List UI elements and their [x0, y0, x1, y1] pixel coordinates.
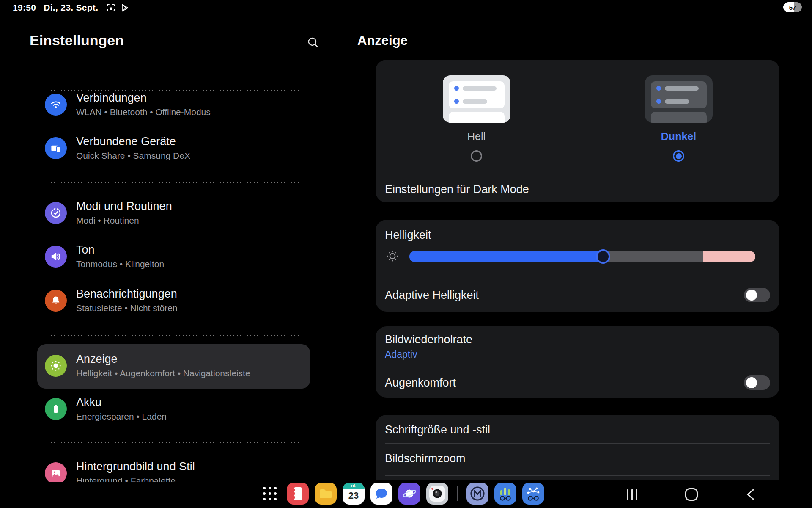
- sidebar-item-verbindungen[interactable]: Verbindungen WLAN • Bluetooth • Offline-…: [45, 91, 211, 117]
- light-radio[interactable]: [471, 150, 482, 162]
- item-sub: Tonmodus • Klingelton: [76, 259, 164, 269]
- page-title: Einstellungen: [30, 32, 124, 49]
- taskbar-dock: Di. 23: [259, 483, 544, 505]
- screen-zoom-label: Bildschirmzoom: [385, 452, 466, 465]
- eye-comfort-label: Augenkomfort: [385, 376, 456, 389]
- brightness-title-row: Helligkeit: [376, 228, 779, 242]
- refresh-rate-row[interactable]: Bildwiederholrate Adaptiv: [376, 331, 779, 362]
- battery-indicator: 57: [783, 2, 802, 12]
- eye-comfort-row[interactable]: Augenkomfort: [376, 370, 779, 396]
- item-sub: Statusleiste • Nicht stören: [76, 303, 178, 313]
- font-size-row[interactable]: Schriftgröße und -stil: [376, 417, 779, 442]
- brightness-extra-zone: [703, 251, 755, 262]
- font-size-label: Schriftgröße und -stil: [385, 423, 490, 436]
- messages-app-icon[interactable]: [370, 483, 392, 505]
- light-theme-label: Hell: [467, 130, 486, 143]
- wifi-icon: [45, 94, 67, 116]
- sidebar-item-hintergrundbild[interactable]: Hintergrundbild und Stil Hintergrund • F…: [45, 460, 195, 482]
- theme-card: Hell Dunkel Einstellungen für Dark Mode: [376, 60, 779, 202]
- recents-icon: [627, 489, 638, 500]
- item-label: Anzeige: [76, 353, 250, 365]
- adaptive-brightness-toggle[interactable]: [744, 288, 770, 302]
- display-options-card: Bildwiederholrate Adaptiv Augenkomfort: [376, 326, 779, 398]
- calendar-day: 23: [343, 490, 365, 501]
- modes-check-icon: [45, 202, 67, 224]
- brightness-slider[interactable]: [409, 251, 755, 262]
- home-icon: [685, 488, 698, 501]
- internet-app-icon[interactable]: [398, 483, 420, 505]
- dark-radio[interactable]: [673, 150, 684, 162]
- bell-icon: [45, 290, 67, 312]
- row-separator: [735, 376, 736, 389]
- item-label: Benachrichtigungen: [76, 287, 178, 300]
- item-label: Verbundene Geräte: [76, 135, 190, 148]
- card-divider: [385, 367, 770, 367]
- back-button[interactable]: [739, 485, 763, 504]
- item-label: Ton: [76, 243, 164, 256]
- theme-option-light[interactable]: Hell: [376, 60, 577, 174]
- speaker-icon: [45, 246, 67, 268]
- dock-separator: [457, 486, 458, 501]
- card-divider: [385, 475, 770, 476]
- card-divider: [385, 174, 770, 174]
- card-divider: [385, 279, 770, 279]
- item-label: Akku: [76, 396, 167, 409]
- item-sub: Hintergrund • Farbpalette: [76, 476, 195, 482]
- group-divider: [50, 442, 299, 443]
- item-sub: Quick Share • Samsung DeX: [76, 151, 190, 161]
- brightness-sun-icon: [386, 249, 399, 265]
- dark-theme-preview-icon: [645, 75, 713, 123]
- my-files-app-icon[interactable]: [315, 483, 337, 505]
- app-m-logo-icon[interactable]: [466, 483, 488, 505]
- refresh-rate-label: Bildwiederholrate: [385, 333, 472, 346]
- group-divider: [50, 334, 299, 336]
- dark-mode-settings-label: Einstellungen für Dark Mode: [385, 183, 529, 196]
- adaptive-brightness-label: Adaptive Helligkeit: [385, 289, 479, 302]
- theme-option-dark[interactable]: Dunkel: [578, 60, 779, 174]
- calendar-app-icon[interactable]: Di. 23: [343, 483, 365, 505]
- battery-icon: [45, 398, 67, 420]
- sidebar-item-akku[interactable]: Akku Energiesparen • Laden: [45, 396, 167, 422]
- brightness-fill: [409, 251, 603, 262]
- item-label: Verbindungen: [76, 91, 211, 104]
- sidebar-item-modi-und-routinen[interactable]: Modi und Routinen Modi • Routinen: [45, 200, 172, 226]
- sidebar-item-benachrichtigungen[interactable]: Benachrichtigungen Statusleiste • Nicht …: [45, 287, 178, 313]
- item-sub: Energiesparen • Laden: [76, 411, 167, 422]
- dark-theme-label: Dunkel: [661, 130, 696, 143]
- screen-zoom-row[interactable]: Bildschirmzoom: [376, 446, 779, 471]
- search-button[interactable]: [305, 35, 321, 50]
- devices-icon: [45, 137, 67, 159]
- brightness-label: Helligkeit: [385, 229, 431, 242]
- font-card: Schriftgröße und -stil Bildschirmzoom: [376, 415, 779, 480]
- adaptive-brightness-row[interactable]: Adaptive Helligkeit: [376, 282, 779, 309]
- sidebar-item-ton[interactable]: Ton Tonmodus • Klingelton: [45, 243, 164, 269]
- item-label: Modi und Routinen: [76, 200, 172, 213]
- home-button[interactable]: [680, 485, 703, 504]
- settings-sidebar: Einstellungen Verbindungen WLAN • Blueto…: [0, 0, 357, 482]
- wallpaper-icon: [45, 462, 67, 482]
- camera-app-icon[interactable]: [426, 483, 448, 505]
- app-brain-glasses-icon[interactable]: [522, 483, 544, 505]
- dark-mode-settings-row[interactable]: Einstellungen für Dark Mode: [376, 177, 779, 202]
- calendar-weekday: Di.: [343, 483, 365, 489]
- detail-title: Anzeige: [357, 33, 408, 48]
- eye-comfort-toggle[interactable]: [744, 375, 770, 390]
- back-icon: [745, 488, 756, 501]
- app-bar-chart-glasses-icon[interactable]: [494, 483, 516, 505]
- sidebar-item-anzeige[interactable]: Anzeige Helligkeit • Augenkomfort • Navi…: [45, 353, 250, 378]
- sun-icon: [45, 355, 67, 377]
- settings-screen: 19:50 Di., 23. Sept.: [0, 0, 812, 508]
- notes-app-icon[interactable]: [287, 483, 309, 505]
- refresh-rate-value: Adaptiv: [385, 349, 417, 360]
- item-sub: Helligkeit • Augenkomfort • Navigationsl…: [76, 368, 250, 378]
- recents-button[interactable]: [620, 485, 644, 504]
- light-theme-preview-icon: [443, 75, 510, 123]
- apps-drawer-icon[interactable]: [259, 483, 281, 505]
- card-divider: [385, 443, 770, 444]
- group-divider: [50, 182, 299, 183]
- brightness-thumb[interactable]: [596, 249, 610, 264]
- search-icon: [306, 36, 320, 49]
- item-sub: Modi • Routinen: [76, 215, 172, 226]
- sidebar-item-verbundene-geraete[interactable]: Verbundene Geräte Quick Share • Samsung …: [45, 135, 190, 161]
- brightness-card: Helligkeit Adaptive Helligkeit: [376, 220, 779, 312]
